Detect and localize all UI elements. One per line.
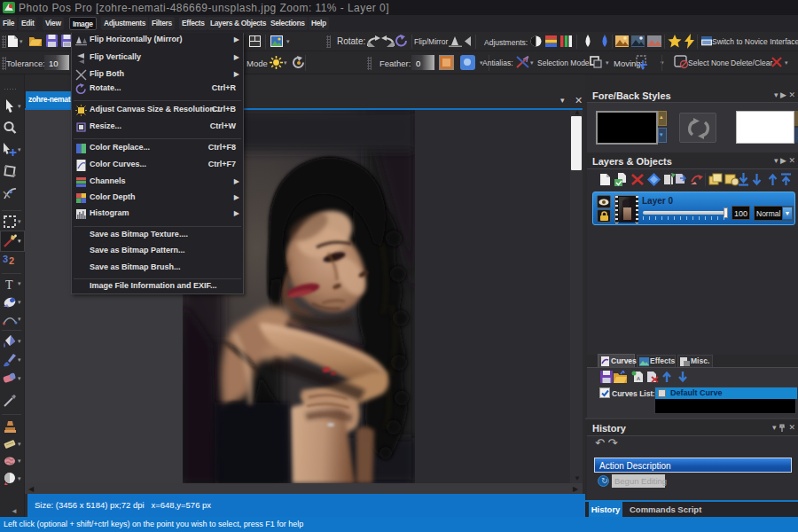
svg-text:T: T: [5, 278, 13, 292]
svg-text:A: A: [637, 376, 640, 381]
svg-text:3: 3: [3, 254, 8, 264]
svg-text:2: 2: [9, 255, 14, 266]
